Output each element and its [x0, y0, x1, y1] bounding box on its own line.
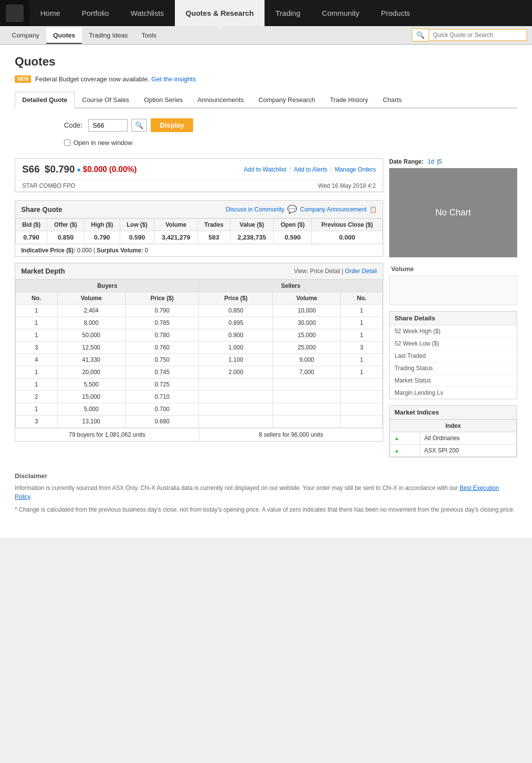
depth-row: 1 8,000 0.785 0.895 30,000 1 — [16, 317, 383, 329]
tab-course-of-sales[interactable]: Course Of Sales — [75, 92, 136, 107]
disclaimer-title: Disclaimer — [15, 472, 517, 480]
cell-trades: 583 — [198, 231, 230, 244]
buyer-volume: 8,000 — [57, 317, 125, 329]
buyers-summary: 79 buyers for 1,081,062 units — [15, 428, 200, 441]
depth-table-body: 1 2,404 0.790 0.850 10,000 1 1 8,000 0.7… — [16, 305, 383, 428]
col-value: Value ($) — [230, 219, 273, 231]
sub-navigation: Company Quotes Trading Ideas Tools 🔍 — [0, 26, 532, 45]
code-row: Code: 🔍 Display — [15, 118, 517, 132]
seller-volume: 10,000 — [273, 305, 341, 317]
tab-charts[interactable]: Charts — [375, 92, 409, 107]
main-layout: S66 $0.790 ● $0.000 (0.00%) Add to Watch… — [15, 158, 517, 457]
tabs-bar: Detailed Quote Course Of Sales Option Se… — [15, 92, 517, 108]
share-details-title: Share Details — [390, 312, 517, 325]
market-status-label: Market Status — [395, 377, 431, 384]
depth-row: 1 20,000 0.745 2.000 7,000 1 — [16, 366, 383, 379]
share-quote-links: Discuss in Community 💬 Company Announcem… — [226, 205, 377, 214]
col-open: Open ($) — [273, 219, 311, 231]
nav-item-portfolio[interactable]: Portfolio — [71, 0, 120, 26]
date-range-bar: Date Range: 1d | 5 — [389, 158, 517, 165]
buyer-volume: 5,500 — [57, 379, 125, 391]
buyers-header: Buyers — [16, 280, 199, 292]
disclaimer: Disclaimer Information is currently sour… — [15, 457, 517, 528]
subnav-trading-ideas[interactable]: Trading Ideas — [82, 28, 134, 44]
seller-volume — [273, 416, 341, 428]
depth-links: View: Price Detail | Order Detail — [294, 268, 377, 275]
tab-announcements[interactable]: Announcements — [190, 92, 251, 107]
seller-price — [199, 379, 273, 391]
asx-spi200-arrow: ▲ — [390, 445, 420, 457]
seller-volume: 15,000 — [273, 329, 341, 342]
tab-option-series[interactable]: Option Series — [136, 92, 190, 107]
col-high: High ($) — [84, 219, 120, 231]
seller-price: 0.850 — [199, 305, 273, 317]
date-range-5[interactable]: 5 — [439, 158, 442, 165]
order-detail-link[interactable]: Order Detail — [345, 268, 377, 275]
cell-bid: 0.790 — [16, 231, 47, 244]
new-badge: NEW — [15, 75, 31, 83]
depth-summary: 79 buyers for 1,081,062 units 8 sellers … — [15, 428, 383, 441]
col-offer: Offer ($) — [47, 219, 84, 231]
open-new-window-label: Open in new window — [73, 139, 133, 146]
add-to-watchlist-link[interactable]: Add to Watchlist — [244, 166, 286, 173]
announcement-icon: 📋 — [369, 206, 377, 213]
buyer-no: 1 — [16, 317, 58, 329]
get-insights-link[interactable]: Get the insights — [151, 75, 196, 83]
alert-banner: NEW Federal Budget coverage now availabl… — [15, 75, 517, 83]
market-indices-title: Market Indices — [390, 406, 517, 419]
share-quote-section: Share Quote Discuss in Community 💬 Compa… — [15, 200, 383, 257]
seller-price — [199, 391, 273, 403]
buyer-no: 1 — [16, 305, 58, 317]
code-search-button[interactable]: 🔍 — [132, 119, 147, 132]
display-button[interactable]: Display — [151, 118, 193, 132]
open-new-window-checkbox[interactable] — [64, 139, 70, 146]
up-arrow-icon: ▲ — [394, 448, 399, 453]
buyer-price: 0.750 — [125, 354, 199, 366]
nav-item-watchlists[interactable]: Watchlists — [120, 0, 175, 26]
separator: | — [289, 166, 291, 173]
subnav-company[interactable]: Company — [5, 28, 46, 44]
seller-price — [199, 416, 273, 428]
nav-items: Home Portfolio Watchlists Quotes & Resea… — [30, 0, 532, 26]
depth-row: 1 5,000 0.700 — [16, 403, 383, 416]
company-announcement-link[interactable]: Company Announcement — [300, 206, 366, 213]
seller-no: 1 — [341, 354, 383, 366]
sellers-summary: 8 sellers for 96,000 units — [200, 428, 383, 441]
buyer-volume: 20,000 — [57, 366, 125, 379]
market-depth-header: Market Depth View: Price Detail | Order … — [15, 263, 383, 279]
logo[interactable] — [0, 0, 30, 26]
manage-orders-link[interactable]: Manage Orders — [335, 166, 376, 173]
page-content: Quotes NEW Federal Budget coverage now a… — [0, 45, 532, 538]
seller-volume: 9,000 — [273, 354, 341, 366]
tab-company-research[interactable]: Company Research — [251, 92, 323, 107]
col-bid: Bid ($) — [16, 219, 47, 231]
buyer-volume: 5,000 — [57, 403, 125, 416]
volume-chart-area — [389, 276, 517, 305]
quote-sub-header: STAR COMBO FPO Wed 16 May 2018 4:2 — [15, 180, 383, 192]
buyer-price: 0.700 — [125, 403, 199, 416]
share-quote-table: Bid ($) Offer ($) High ($) Low ($) Volum… — [15, 218, 383, 244]
add-to-alerts-link[interactable]: Add to Alerts — [294, 166, 327, 173]
nav-item-products[interactable]: Products — [370, 0, 421, 26]
buyer-price: 0.785 — [125, 317, 199, 329]
buyer-no: 3 — [16, 342, 58, 354]
nav-item-community[interactable]: Community — [311, 0, 370, 26]
seller-volume — [273, 379, 341, 391]
seller-price: 0.895 — [199, 317, 273, 329]
nav-item-home[interactable]: Home — [30, 0, 71, 26]
date-range-1d[interactable]: 1d — [428, 158, 434, 165]
code-input[interactable] — [88, 119, 128, 132]
nav-item-quotes-research[interactable]: Quotes & Research — [175, 0, 265, 26]
tab-trade-history[interactable]: Trade History — [323, 92, 376, 107]
tab-detailed-quote[interactable]: Detailed Quote — [15, 92, 75, 108]
nav-item-trading[interactable]: Trading — [265, 0, 311, 26]
seller-no — [341, 391, 383, 403]
top-navigation: Home Portfolio Watchlists Quotes & Resea… — [0, 0, 532, 26]
seller-no — [341, 403, 383, 416]
subnav-tools[interactable]: Tools — [134, 28, 163, 44]
subnav-quotes[interactable]: Quotes — [46, 28, 82, 44]
quote-header: S66 $0.790 ● $0.000 (0.00%) Add to Watch… — [15, 159, 383, 180]
discuss-in-community-link[interactable]: Discuss in Community — [226, 206, 285, 213]
search-input[interactable] — [429, 29, 527, 41]
share-details-market-status: Market Status — [390, 375, 517, 387]
